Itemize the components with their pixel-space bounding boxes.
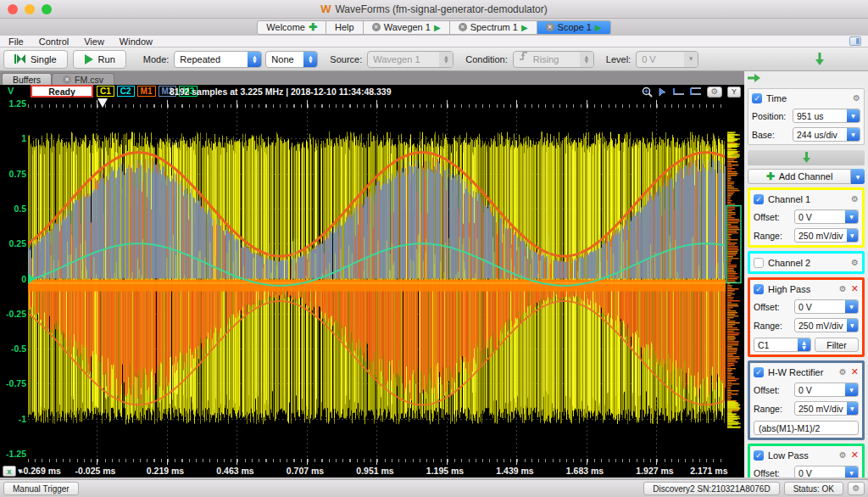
menu-bar: FileControlViewWindow (0, 36, 868, 47)
highpass-checkbox[interactable]: ✓ (754, 284, 764, 294)
gear-icon[interactable]: ⚙ (839, 451, 847, 460)
add-channel-button[interactable]: ✚ Add Channel (748, 169, 851, 184)
source-select[interactable]: Wavegen 1 ▲▼ (367, 51, 453, 68)
menu-item-file[interactable]: File (8, 36, 24, 47)
position-select[interactable]: 951 us ▼ (793, 109, 860, 123)
apply-down-arrow-icon[interactable] (815, 53, 824, 66)
spinner-icon[interactable]: ▲▼ (248, 52, 261, 67)
gear-icon[interactable]: ⚙ (851, 195, 859, 204)
add-channel-dropdown[interactable]: ▼ (851, 169, 865, 184)
menu-item-view[interactable]: View (84, 36, 104, 47)
lowpass-offset-select[interactable]: 0 V ▼ (794, 466, 859, 477)
rectifier-formula-input[interactable]: (abs(M1)-M1)/2 (754, 421, 859, 435)
close-window-button[interactable] (8, 4, 18, 14)
menu-item-window[interactable]: Window (120, 36, 153, 47)
horizontal-cursor-icon[interactable] (673, 87, 685, 97)
plot-settings-button[interactable]: ⚙ (707, 87, 722, 98)
menu-item-control[interactable]: Control (39, 36, 69, 47)
status-ok-button[interactable]: Status: OK (784, 482, 843, 495)
rectifier-offset-select[interactable]: 0 V ▼ (794, 383, 859, 397)
apply-bar[interactable] (748, 150, 865, 165)
time-checkbox[interactable]: ✓ (752, 93, 762, 103)
y-axis-tick-label: 1 (21, 133, 26, 143)
pointer-icon[interactable] (658, 87, 668, 97)
level-select[interactable]: 0 V ▼ (636, 51, 698, 68)
channel2-checkbox[interactable] (754, 258, 764, 268)
chevron-down-icon[interactable]: ▼ (845, 210, 858, 223)
y-axis-button[interactable]: Y (727, 87, 741, 98)
highpass-source-select[interactable]: C1 ▲▼ (754, 338, 811, 352)
channel-badge-m1[interactable]: M1 (137, 86, 156, 97)
spinner-icon[interactable]: ▲▼ (798, 338, 810, 351)
single-button[interactable]: Single (3, 50, 68, 69)
mode-secondary-select[interactable]: None ▲▼ (265, 51, 318, 68)
channel1-range-select[interactable]: 250 mV/div ▼ (794, 228, 859, 243)
highpass-offset-select[interactable]: 0 V ▼ (794, 299, 859, 314)
close-icon[interactable]: ✕ (459, 23, 467, 31)
run-button[interactable]: Run (73, 50, 126, 69)
spinner-icon[interactable]: ▲▼ (303, 52, 317, 67)
chevron-down-icon[interactable]: ▼ (845, 383, 858, 396)
play-icon[interactable]: ▶ (434, 23, 441, 32)
app-tab-welcome[interactable]: Welcome✚ (257, 20, 326, 35)
tab-buffers[interactable]: Buffers (2, 73, 52, 85)
zoom-icon[interactable] (642, 87, 653, 98)
remove-channel-icon[interactable]: ✕ (851, 450, 859, 461)
title-bar: W WaveForms (fm-signal-generator-demodul… (0, 0, 868, 19)
condition-select[interactable]: Rising ▲▼ (513, 51, 594, 68)
chevron-down-icon[interactable]: ▼ (847, 109, 860, 122)
chevron-down-icon[interactable]: ▼ (845, 466, 858, 477)
vertical-cursor-icon[interactable] (690, 87, 702, 97)
scope-plot-canvas[interactable] (28, 108, 726, 459)
collapse-right-arrow-icon[interactable] (748, 74, 761, 82)
trigger-position-marker[interactable] (97, 98, 108, 108)
app-tab-help[interactable]: Help (326, 20, 364, 35)
chevron-down-icon[interactable]: ▼ (847, 402, 858, 415)
channel1-offset-select[interactable]: 0 V ▼ (794, 209, 859, 224)
zoom-window-button[interactable] (42, 4, 52, 14)
channel1-checkbox[interactable]: ✓ (754, 194, 764, 204)
remove-channel-icon[interactable]: ✕ (851, 283, 859, 294)
range-indicator-strip[interactable] (726, 108, 743, 459)
base-select[interactable]: 244 us/div ▼ (793, 127, 860, 142)
close-icon[interactable]: ✕ (546, 23, 554, 31)
manual-trigger-button[interactable]: Manual Trigger (3, 482, 79, 495)
gear-icon[interactable]: ⚙ (853, 94, 860, 103)
gear-icon[interactable]: ⚙ (839, 285, 847, 293)
position-value: 951 us (793, 109, 847, 122)
scope-toolbar: Single Run Mode: Repeated ▲▼ None ▲▼ Sou… (0, 47, 868, 71)
rectifier-range-select[interactable]: 250 mV/div ▼ (794, 401, 859, 416)
y-axis-tick-label: 0 (21, 274, 26, 284)
app-tab-wavegen-1[interactable]: ✕Wavegen 1▶ (364, 20, 450, 35)
app-tab-spectrum-1[interactable]: ✕Spectrum 1▶ (450, 20, 537, 35)
chevron-down-icon[interactable]: ▼ (845, 300, 858, 313)
play-icon[interactable]: ▶ (595, 23, 602, 32)
highpass-range-select[interactable]: 250 mV/div ▼ (794, 318, 859, 332)
play-icon[interactable]: ▶ (521, 23, 528, 32)
mode-select[interactable]: Repeated ▲▼ (174, 51, 262, 68)
minimize-window-button[interactable] (25, 4, 35, 14)
range-label: Range: (754, 404, 794, 414)
chevron-down-icon[interactable]: ▼ (847, 128, 860, 141)
app-tab-bar: Welcome✚Help✕Wavegen 1▶✕Spectrum 1▶✕Scop… (0, 19, 868, 36)
bottom-time-ruler[interactable] (28, 459, 726, 466)
close-icon[interactable]: ✕ (372, 23, 381, 31)
gear-icon[interactable]: ⚙ (839, 368, 847, 377)
channel-badge-c1[interactable]: C1 (97, 86, 114, 97)
panel-layout-icon[interactable] (849, 36, 861, 46)
lowpass-checkbox[interactable]: ✓ (754, 450, 764, 461)
tab-fm-csv[interactable]: ✕ FM.csv (52, 73, 114, 85)
close-icon[interactable]: ✕ (63, 75, 71, 84)
rectifier-checkbox[interactable]: ✓ (754, 367, 764, 377)
x-axis-button[interactable]: x (3, 466, 16, 477)
top-time-ruler[interactable] (28, 98, 726, 108)
channel-badge-c2[interactable]: C2 (117, 86, 135, 97)
gear-icon[interactable]: ⚙ (851, 259, 859, 267)
device-button[interactable]: Discovery2 SN:210321A8076D (643, 482, 779, 495)
highpass-filter-button[interactable]: Filter (815, 338, 859, 352)
remove-channel-icon[interactable]: ✕ (851, 366, 859, 377)
help-pointer-button[interactable]: ⚙ (848, 482, 865, 495)
chevron-down-icon[interactable]: ▼ (847, 229, 858, 242)
chevron-down-icon[interactable]: ▼ (847, 319, 858, 332)
app-tab-scope-1[interactable]: ✕Scope 1▶ (537, 20, 611, 35)
